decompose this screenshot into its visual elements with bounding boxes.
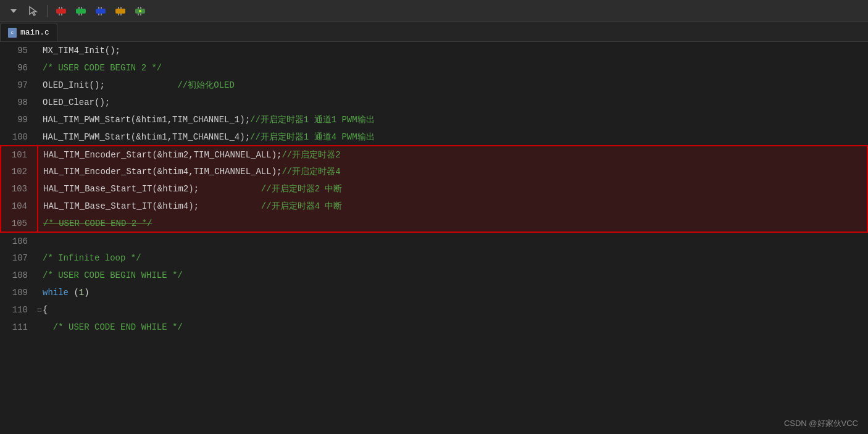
line-code: /* Infinite loop */ (38, 249, 867, 267)
line-code: HAL_TIM_PWM_Start(&htim1,TIM_CHANNEL_4);… (38, 128, 867, 146)
line-number: 109 (1, 284, 38, 301)
table-row: 98OLED_Clear(); (1, 94, 867, 111)
line-code: /* USER CODE END WHILE */ (38, 319, 867, 336)
svg-rect-19 (120, 7, 122, 9)
line-number: 102 (1, 163, 38, 180)
svg-rect-17 (115, 9, 125, 14)
table-row: 108/* USER CODE BEGIN WHILE */ (1, 267, 867, 284)
svg-rect-25 (138, 14, 139, 15)
table-row: 110□{ (1, 301, 867, 319)
svg-rect-2 (56, 9, 66, 14)
table-row: 111 /* USER CODE END WHILE */ (1, 319, 867, 336)
svg-marker-1 (30, 7, 36, 15)
line-number: 101 (1, 146, 38, 163)
chip-green-btn[interactable] (72, 2, 90, 20)
svg-rect-8 (78, 7, 80, 9)
table-row: 101HAL_TIM_Encoder_Start(&htim2,TIM_CHAN… (1, 146, 867, 163)
line-number: 107 (1, 249, 38, 267)
svg-rect-4 (61, 7, 62, 9)
line-code: /* USER CODE BEGIN 2 */ (38, 59, 867, 77)
file-icon: c (8, 28, 17, 38)
dropdown-arrow-btn[interactable] (5, 2, 22, 20)
line-number: 98 (1, 94, 38, 111)
line-number: 97 (1, 77, 38, 94)
line-code: /* USER CODE BEGIN WHILE */ (38, 267, 867, 284)
svg-rect-23 (138, 7, 139, 9)
table-row: 100HAL_TIM_PWM_Start(&htim1,TIM_CHANNEL_… (1, 128, 867, 146)
table-row: 109while (1) (1, 284, 867, 301)
table-row: 103HAL_TIM_Base_Start_IT(&htim2); //开启定时… (1, 180, 867, 198)
line-number: 96 (1, 59, 38, 77)
svg-rect-9 (81, 7, 82, 9)
svg-rect-16 (101, 14, 102, 15)
svg-point-27 (139, 10, 141, 12)
line-number: 103 (1, 180, 38, 198)
code-table: 95MX_TIM4_Init();96/* USER CODE BEGIN 2 … (0, 42, 868, 336)
svg-rect-7 (76, 9, 86, 14)
svg-rect-26 (140, 14, 141, 15)
line-code: OLED_Clear(); (38, 94, 867, 111)
tab-main-c[interactable]: c main.c (0, 23, 57, 41)
table-row: 96/* USER CODE BEGIN 2 */ (1, 59, 867, 77)
svg-rect-20 (118, 14, 119, 15)
svg-rect-10 (78, 14, 80, 15)
line-number: 105 (1, 215, 38, 232)
code-area[interactable]: 95MX_TIM4_Init();96/* USER CODE BEGIN 2 … (0, 42, 868, 434)
table-row: 102HAL_TIM_Encoder_Start(&htim4,TIM_CHAN… (1, 163, 867, 180)
table-row: 107/* Infinite loop */ (1, 249, 867, 267)
svg-rect-5 (59, 14, 60, 15)
svg-rect-14 (101, 7, 102, 9)
line-code: MX_TIM4_Init(); (38, 42, 867, 59)
svg-rect-21 (120, 14, 122, 15)
line-code: HAL_TIM_Base_Start_IT(&htim4); //开启定时器4 … (38, 198, 867, 215)
line-number: 99 (1, 111, 38, 128)
line-number: 104 (1, 198, 38, 215)
table-row: 106 (1, 232, 867, 249)
svg-rect-3 (59, 7, 60, 9)
line-code: HAL_TIM_Base_Start_IT(&htim2); //开启定时器2 … (38, 180, 867, 198)
line-number: 95 (1, 42, 38, 59)
tab-bar: c main.c (0, 22, 868, 42)
cursor-tool-btn[interactable] (25, 2, 42, 20)
svg-rect-18 (118, 7, 119, 9)
table-row: 95MX_TIM4_Init(); (1, 42, 867, 59)
chip-orange-btn[interactable] (112, 2, 129, 20)
line-code: { (38, 301, 867, 319)
line-number: 100 (1, 128, 38, 146)
table-row: 99HAL_TIM_PWM_Start(&htim1,TIM_CHANNEL_1… (1, 111, 867, 128)
svg-rect-11 (81, 14, 82, 15)
line-number: 110□ (1, 301, 38, 319)
chip-multi-btn[interactable] (131, 2, 149, 20)
line-code: HAL_TIM_Encoder_Start(&htim2,TIM_CHANNEL… (38, 146, 867, 163)
line-code: HAL_TIM_PWM_Start(&htim1,TIM_CHANNEL_1);… (38, 111, 867, 128)
line-number: 108 (1, 267, 38, 284)
toolbar (0, 0, 868, 22)
line-code: /* USER CODE END 2 */ (38, 215, 867, 232)
table-row: 104HAL_TIM_Base_Start_IT(&htim4); //开启定时… (1, 198, 867, 215)
editor: 95MX_TIM4_Init();96/* USER CODE BEGIN 2 … (0, 42, 868, 434)
line-number: 111 (1, 319, 38, 336)
chip-blue-btn[interactable] (92, 2, 109, 20)
svg-rect-12 (96, 9, 106, 14)
table-row: 105/* USER CODE END 2 */ (1, 215, 867, 232)
watermark: CSDN @好家伙VCC (784, 418, 858, 429)
chip-red-btn[interactable] (52, 2, 70, 20)
line-code (38, 232, 867, 249)
line-number: 106 (1, 232, 38, 249)
svg-marker-0 (10, 9, 17, 13)
svg-rect-13 (98, 7, 99, 9)
line-code: OLED_Init(); //初始化OLED (38, 77, 867, 94)
separator-1 (47, 5, 48, 17)
table-row: 97OLED_Init(); //初始化OLED (1, 77, 867, 94)
tab-label: main.c (20, 28, 49, 37)
svg-rect-6 (61, 14, 62, 15)
svg-rect-15 (98, 14, 99, 15)
line-code: HAL_TIM_Encoder_Start(&htim4,TIM_CHANNEL… (38, 163, 867, 180)
svg-rect-24 (140, 7, 141, 9)
line-code: while (1) (38, 284, 867, 301)
